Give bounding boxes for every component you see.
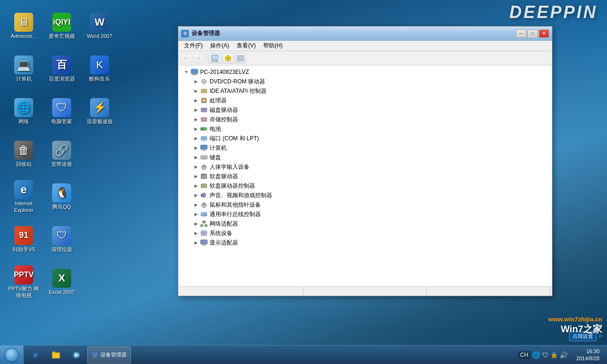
device-tree[interactable]: ▼ PC-20140823ELVZ ▶: [178, 65, 552, 286]
ide-icon: [200, 87, 208, 95]
icon-iqiyi[interactable]: iQIYI 爱奇艺视频: [43, 5, 81, 47]
icon-computer[interactable]: 💻 计算机: [5, 47, 43, 90]
back-button[interactable]: ←: [180, 53, 192, 64]
tree-item-mouse[interactable]: ▶ 鼠标和其他指针设备: [178, 200, 552, 209]
network-adapter-label: 网络适配器: [210, 220, 238, 228]
tree-root[interactable]: ▼ PC-20140823ELVZ: [178, 67, 552, 77]
icon-admin[interactable]: 🖥 Administr...: [5, 5, 43, 47]
icon-computer-label: 计算机: [16, 76, 32, 82]
icon-clean[interactable]: 🛡 清理垃圾: [43, 218, 81, 261]
keyboard-toggle[interactable]: ▶: [193, 154, 199, 161]
floppy-ctrl-toggle[interactable]: ▶: [193, 182, 199, 189]
tray-lock-icon[interactable]: 🔒: [551, 352, 558, 358]
tree-item-keyboard[interactable]: ▶ 键盘: [178, 153, 552, 162]
icon-recycle[interactable]: 🗑 回收站: [5, 133, 43, 175]
mouse-icon: [200, 201, 208, 209]
tree-item-system[interactable]: ▶ 系统设备: [178, 228, 552, 238]
menu-view[interactable]: 查看(V): [233, 41, 259, 51]
system-tray: CH 🌐 🛡 🔒 🔊: [516, 351, 570, 359]
disk-toggle[interactable]: ▶: [193, 107, 199, 113]
tree-item-hid[interactable]: ▶ 人体学输入设备: [178, 162, 552, 172]
svg-rect-36: [206, 156, 206, 157]
clean-icon: 🛡: [52, 226, 71, 245]
svg-rect-49: [201, 225, 203, 227]
display-toggle[interactable]: ▶: [193, 239, 199, 246]
port-toggle[interactable]: ▶: [193, 135, 199, 142]
tree-item-usb[interactable]: ▶ USB 通用串行总线控制器: [178, 209, 552, 219]
icon-thunder-label: 迅雷极速版: [87, 118, 113, 125]
icon-network[interactable]: 🌐 网络: [5, 90, 43, 133]
computer-icon: 💻: [14, 55, 33, 74]
icon-word[interactable]: W Word 2007: [81, 5, 119, 47]
lang-indicator[interactable]: CH: [518, 351, 530, 359]
svg-rect-25: [201, 128, 204, 130]
system-toggle[interactable]: ▶: [193, 230, 199, 237]
hid-label: 人体学输入设备: [210, 163, 249, 171]
tray-security-icon[interactable]: 🛡: [542, 351, 549, 359]
battery-icon: [200, 125, 208, 133]
tree-item-ide[interactable]: ▶ IDE ATA/ATAPI 控制器: [178, 86, 552, 96]
audio-toggle[interactable]: ▶: [193, 192, 199, 199]
properties-button[interactable]: [208, 53, 221, 64]
tree-item-floppy-ctrl[interactable]: ▶ 软盘驱动器控制器: [178, 181, 552, 191]
tree-item-display[interactable]: ▶ 显示适配器: [178, 238, 552, 247]
pptv-icon: PPTV: [14, 265, 33, 284]
tree-item-storage[interactable]: ▶ 存储控制器: [178, 115, 552, 124]
dvd-toggle[interactable]: ▶: [193, 78, 199, 85]
icon-baidu[interactable]: 百 百度浏览器: [43, 47, 81, 90]
floppy-ctrl-label: 软盘驱动器控制器: [210, 182, 255, 190]
hid-toggle[interactable]: ▶: [193, 164, 199, 170]
root-toggle[interactable]: ▼: [183, 69, 190, 75]
tree-item-dvd[interactable]: ▶ DVD/CD-ROM 驱动器: [178, 77, 552, 86]
clock[interactable]: 16:30 2014/8/28: [572, 348, 603, 362]
menu-file[interactable]: 文件(F): [180, 41, 206, 51]
start-orb: [5, 348, 19, 362]
svg-rect-8: [241, 59, 244, 61]
maximize-button[interactable]: □: [527, 29, 538, 38]
minimize-button[interactable]: ─: [516, 29, 526, 38]
menu-action[interactable]: 操作(A): [206, 41, 233, 51]
taskbar-folder-icon[interactable]: [46, 346, 65, 364]
forward-button[interactable]: →: [193, 53, 204, 64]
icon-excel[interactable]: X Excel 2007: [43, 261, 81, 303]
close-button[interactable]: ✕: [539, 29, 549, 38]
icon-broadband[interactable]: 🔗 宽带连接: [43, 133, 81, 175]
ide-toggle[interactable]: ▶: [193, 88, 199, 94]
network-toggle[interactable]: ▶: [193, 220, 199, 227]
svg-text:USB: USB: [201, 213, 207, 216]
tree-item-network[interactable]: ▶ 网络适配器: [178, 219, 552, 228]
tree-item-computer[interactable]: ▶ 计算机: [178, 143, 552, 153]
svg-rect-39: [203, 165, 205, 167]
icon-kugou[interactable]: K 酷狗音乐: [81, 47, 119, 90]
help-button[interactable]: ?: [222, 53, 234, 64]
icon-91[interactable]: 91 91助手V5: [5, 218, 43, 261]
taskbar-ie-icon[interactable]: e: [26, 346, 45, 364]
battery-toggle[interactable]: ▶: [193, 126, 199, 132]
tree-item-port[interactable]: ▶ 端口 (COM 和 LPT): [178, 134, 552, 143]
mouse-toggle[interactable]: ▶: [193, 201, 199, 208]
tree-item-disk[interactable]: ▶ 磁盘驱动器: [178, 105, 552, 115]
menu-help[interactable]: 帮助(H): [259, 41, 286, 51]
taskbar-device-mgr[interactable]: 设备管理器: [87, 346, 131, 364]
icon-clean-label: 清理垃圾: [51, 246, 72, 253]
tray-volume-icon[interactable]: 🔊: [560, 351, 568, 359]
tree-item-processor[interactable]: ▶ 处理器: [178, 96, 552, 105]
tree-item-audio[interactable]: ▶ 声音、视频和游戏控制器: [178, 191, 552, 200]
storage-toggle[interactable]: ▶: [193, 116, 199, 123]
floppy-toggle[interactable]: ▶: [193, 173, 199, 180]
tree-item-battery[interactable]: ▶ 电池: [178, 124, 552, 134]
icon-ie[interactable]: e Internet Explorer: [5, 175, 43, 218]
tree-item-floppy[interactable]: ▶ 软盘驱动器: [178, 172, 552, 181]
taskbar-media-icon[interactable]: [67, 346, 86, 364]
keyboard-label: 键盘: [210, 154, 221, 162]
icon-pcmgr[interactable]: 🛡 电脑管家: [43, 90, 81, 133]
icon-thunder[interactable]: ⚡ 迅雷极速版: [81, 90, 119, 133]
start-button[interactable]: [0, 346, 24, 364]
computer-toggle[interactable]: ▶: [193, 145, 199, 151]
view-button[interactable]: [235, 53, 246, 64]
usb-toggle[interactable]: ▶: [193, 211, 199, 218]
tray-network-icon[interactable]: 🌐: [532, 351, 540, 359]
icon-qq[interactable]: 🐧 腾讯QQ: [43, 175, 81, 218]
processor-toggle[interactable]: ▶: [193, 97, 199, 104]
icon-pptv[interactable]: PPTV PPTV聚力 网络电视: [5, 261, 43, 303]
